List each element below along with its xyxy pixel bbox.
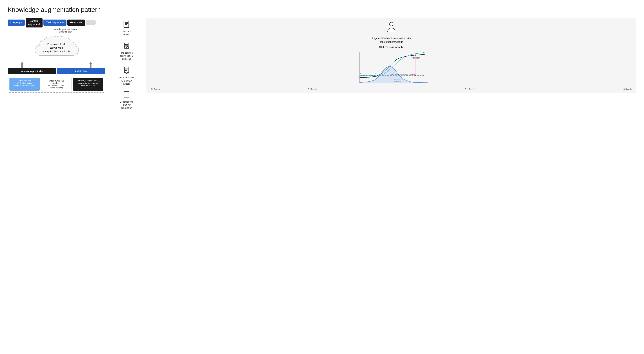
svg-rect-7: [124, 21, 129, 27]
use-case-research-label: Research articles: [122, 30, 131, 36]
repo-public-sources: PubMed, Google Scholar, peer reviewed jo…: [73, 78, 103, 91]
svg-marker-40: [423, 54, 425, 55]
left-panel: Language Domain alignment Task alignment…: [8, 18, 105, 93]
svg-text:Generative enterprise with: Generative enterprise with: [360, 73, 376, 75]
use-case-call-label: Respond to call, PA, claims, or appeal: [118, 76, 134, 85]
use-case-call: Respond to call, PA, claims, or appeal: [110, 63, 143, 88]
svg-rect-27: [124, 92, 129, 98]
repos-area: Structured data EHR, eRx, claims systems…: [8, 76, 105, 93]
svg-marker-0: [86, 19, 97, 27]
use-case-policy: Find pertinent policy, clinical guidelin…: [110, 39, 143, 64]
quartile-1: 1st Quartile: [622, 88, 632, 90]
use-case-research: Research articles: [110, 18, 143, 39]
repo-structured: Structured data EHR, eRx, claims systems…: [10, 78, 40, 91]
middle-panel: Research articles Find pertinent policy,…: [108, 18, 143, 112]
quartile-4: 4th Quartile: [151, 88, 160, 90]
skill-productivity-chart: Generative enterprise with 'personalized…: [150, 51, 633, 87]
use-case-draft: Generate 'first draft' for submission: [110, 88, 143, 112]
svg-marker-36: [423, 52, 425, 53]
page-title: Knowledge augmentation pattern: [8, 6, 636, 14]
chart-area: Generative enterprise with 'personalized…: [150, 51, 633, 87]
svg-text:employees: employees: [412, 58, 419, 60]
chart-x-labels: 4th Quartile 3rd Quartile 2nd Quartile 1…: [150, 88, 633, 90]
research-icon: [123, 21, 130, 29]
inhouse-box: In-house repositories: [8, 68, 56, 74]
chart-title: Skill vs productivity: [150, 46, 633, 49]
svg-text:Performance of lowest skilled : Performance of lowest skilled employee: [390, 73, 415, 75]
quartile-3: 3rd Quartile: [308, 88, 318, 90]
public-box: Public data: [57, 68, 105, 74]
pipeline-caption: Knowledge assimilation, dissemination: [26, 28, 105, 33]
svg-marker-2: [89, 62, 92, 68]
policy-icon: [123, 42, 130, 50]
badge-language: Language: [8, 20, 25, 26]
use-case-policy-label: Find pertinent policy, clinical guidelin…: [120, 51, 133, 60]
svg-marker-1: [20, 62, 24, 68]
data-boxes-row: In-house repositories Public data: [8, 68, 105, 74]
right-panel: Augment the healthcare worker with conte…: [146, 18, 636, 93]
cloud-section: Pre-trained LLM: World-wise enterprise f…: [8, 36, 105, 60]
call-icon: [123, 66, 130, 75]
svg-text:Employee Skill: Employee Skill: [394, 79, 403, 81]
right-top-text: Augment the healthcare worker with conte…: [150, 37, 633, 44]
svg-text:'personalized augmentation': 'personalized augmentation': [360, 75, 378, 76]
arrow-up-right-icon: [88, 62, 93, 68]
person-icon: [150, 22, 633, 35]
badge-task: Task alignment: [44, 20, 66, 26]
draft-icon: [123, 91, 130, 99]
svg-rect-24: [126, 72, 128, 73]
svg-text:Distribution: Distribution: [394, 81, 402, 82]
pipeline-arrow-icon: [86, 19, 97, 27]
llm-cloud: Pre-trained LLM: World-wise enterprise f…: [32, 36, 81, 60]
use-case-draft-label: Generate 'first draft' for submission: [120, 100, 134, 109]
llm-text: Pre-trained LLM: World-wise enterprise f…: [42, 43, 70, 53]
repo-unstructured: Unstructured data knowledge repositories…: [41, 78, 72, 91]
badge-domain: Domain alignment: [26, 18, 43, 28]
svg-point-32: [390, 22, 393, 26]
svg-text:Performance of: Performance of: [410, 56, 420, 58]
arrow-up-left-icon: [20, 62, 24, 68]
quartile-2: 2nd Quartile: [465, 88, 475, 90]
badge-guardrails: Guardrails: [68, 20, 85, 26]
main-layout: Language Domain alignment Task alignment…: [8, 18, 636, 112]
